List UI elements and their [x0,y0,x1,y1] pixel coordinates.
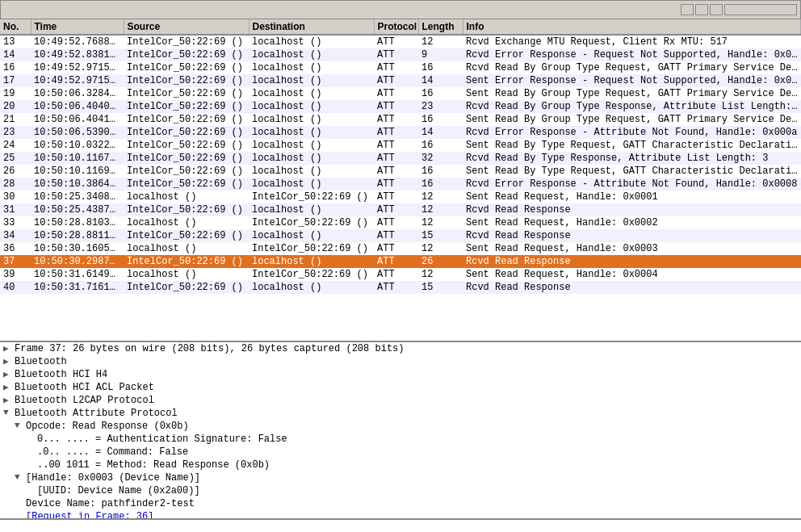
cell-len: 26 [418,255,463,268]
expand-icon[interactable]: ▼ [15,472,26,482]
cell-len: 9 [418,48,463,61]
expand-icon[interactable]: ▶ [3,343,15,354]
expand-icon[interactable]: ▼ [15,421,26,430]
detail-item[interactable]: ▶Bluetooth [0,355,801,368]
table-row[interactable]: 24 10:50:10.032274 IntelCor_50:22:69 () … [0,139,801,152]
cell-time: 10:50:06.328435 [31,87,124,100]
table-row[interactable]: 25 10:50:10.116795 IntelCor_50:22:69 () … [0,152,801,165]
cell-dst: localhost () [249,255,374,268]
cell-no: 23 [0,126,31,139]
table-row[interactable]: 37 10:50:30.298780 IntelCor_50:22:69 () … [0,255,801,268]
cell-proto: ATT [374,242,418,255]
expand-icon[interactable]: ▼ [3,408,15,417]
detail-label: Bluetooth [15,356,67,367]
detail-item[interactable]: ▼[Handle: 0x0003 (Device Name)] [0,471,801,484]
table-row[interactable]: 39 10:50:31.614916 localhost () IntelCor… [0,268,801,281]
cell-info: Sent Read Request, Handle: 0x0004 [463,268,801,281]
table-row[interactable]: 31 10:50:25.438799 IntelCor_50:22:69 () … [0,203,801,216]
table-row[interactable]: 36 10:50:30.160523 localhost () IntelCor… [0,242,801,255]
detail-item[interactable]: ▼Opcode: Read Response (0x0b) [0,420,801,433]
table-row[interactable]: 23 10:50:06.539086 IntelCor_50:22:69 () … [0,126,801,139]
cell-dst: localhost () [249,87,374,100]
detail-item[interactable]: ..00 1011 = Method: Read Response (0x0b) [0,459,801,471]
detail-label: Frame 37: 26 bytes on wire (208 bits), 2… [15,343,404,354]
cell-no: 21 [0,113,31,126]
cell-src: IntelCor_50:22:69 () [124,178,249,191]
cell-len: 16 [418,87,463,100]
table-row[interactable]: 30 10:50:25.340884 localhost () IntelCor… [0,191,801,203]
cell-len: 16 [418,139,463,152]
detail-label: Device Name: pathfinder2-test [26,498,195,509]
minimize-button[interactable] [681,4,694,15]
cell-proto: ATT [374,281,418,294]
cell-src: IntelCor_50:22:69 () [124,113,249,126]
cell-info: Sent Read By Group Type Request, GATT Pr… [463,113,801,126]
cell-no: 24 [0,139,31,152]
cell-time: 10:50:10.032274 [31,139,124,152]
detail-item[interactable]: [UUID: Device Name (0x2a00)] [0,484,801,497]
detail-label: [UUID: Device Name (0x2a00)] [37,485,200,496]
detail-item[interactable]: ▶Frame 37: 26 bytes on wire (208 bits), … [0,342,801,355]
cell-time: 10:50:28.881155 [31,229,124,242]
table-row[interactable]: 20 10:50:06.404019 IntelCor_50:22:69 () … [0,100,801,113]
cell-time: 10:50:06.404019 [31,100,124,113]
maximize-button[interactable] [695,4,708,15]
close-button[interactable] [710,4,723,15]
cell-src: IntelCor_50:22:69 () [124,152,249,165]
detail-item[interactable]: ▶Bluetooth HCI H4 [0,368,801,381]
cell-len: 16 [418,61,463,74]
detail-item[interactable]: ▼Bluetooth Attribute Protocol [0,407,801,420]
table-row[interactable]: 40 10:50:31.716151 IntelCor_50:22:69 () … [0,281,801,294]
cell-dst: IntelCor_50:22:69 () [249,191,374,203]
detail-item[interactable]: [Request in Frame: 36] [0,510,801,520]
expand-icon[interactable]: ▶ [3,369,15,379]
cell-proto: ATT [374,178,418,191]
cell-info: Sent Read By Type Request, GATT Characte… [463,165,801,178]
cell-src: IntelCor_50:22:69 () [124,61,249,74]
cell-time: 10:50:06.404154 [31,113,124,126]
table-row[interactable]: 26 10:50:10.116979 IntelCor_50:22:69 () … [0,165,801,178]
cell-dst: localhost () [249,100,374,113]
cell-time: 10:50:25.340884 [31,191,124,203]
expression-button[interactable] [724,4,797,15]
table-row[interactable]: 16 10:49:52.971523 IntelCor_50:22:69 () … [0,61,801,74]
table-row[interactable]: 33 10:50:28.810356 localhost () IntelCor… [0,216,801,229]
cell-info: Rcvd Read Response [463,281,801,294]
col-header-info: Info [463,19,801,35]
cell-proto: ATT [374,35,418,48]
col-header-no: No. [0,19,31,35]
table-row[interactable]: 13 10:49:52.768852 IntelCor_50:22:69 () … [0,35,801,48]
table-row[interactable]: 14 10:49:52.838128 IntelCor_50:22:69 () … [0,48,801,61]
table-row[interactable]: 19 10:50:06.328435 IntelCor_50:22:69 () … [0,87,801,100]
table-row[interactable]: 28 10:50:10.386453 IntelCor_50:22:69 () … [0,178,801,191]
expand-icon[interactable]: ▶ [3,395,15,405]
cell-proto: ATT [374,113,418,126]
detail-item[interactable]: 0... .... = Authentication Signature: Fa… [0,433,801,446]
detail-item[interactable]: ▶Bluetooth L2CAP Protocol [0,394,801,407]
cell-len: 12 [418,242,463,255]
cell-dst: localhost () [249,139,374,152]
cell-proto: ATT [374,191,418,203]
table-row[interactable]: 21 10:50:06.404154 IntelCor_50:22:69 () … [0,113,801,126]
detail-item[interactable]: .0.. .... = Command: False [0,446,801,459]
cell-len: 16 [418,178,463,191]
col-header-len: Length [418,19,463,35]
detail-label: Bluetooth Attribute Protocol [15,408,178,419]
detail-item[interactable]: ▶Bluetooth HCI ACL Packet [0,381,801,394]
detail-item[interactable]: Device Name: pathfinder2-test [0,497,801,510]
cell-src: localhost () [124,242,249,255]
cell-info: Rcvd Read Response [463,255,801,268]
cell-no: 28 [0,178,31,191]
cell-src: IntelCor_50:22:69 () [124,255,249,268]
detail-label: Bluetooth L2CAP Protocol [15,395,154,406]
expand-icon[interactable]: ▶ [3,356,15,367]
cell-dst: localhost () [249,152,374,165]
cell-info: Sent Read Request, Handle: 0x0002 [463,216,801,229]
cell-src: IntelCor_50:22:69 () [124,48,249,61]
cell-len: 32 [418,152,463,165]
expand-icon[interactable]: ▶ [3,382,15,392]
cell-no: 37 [0,255,31,268]
table-row[interactable]: 17 10:49:52.971589 IntelCor_50:22:69 () … [0,74,801,87]
cell-no: 30 [0,191,31,203]
table-row[interactable]: 34 10:50:28.881155 IntelCor_50:22:69 () … [0,229,801,242]
